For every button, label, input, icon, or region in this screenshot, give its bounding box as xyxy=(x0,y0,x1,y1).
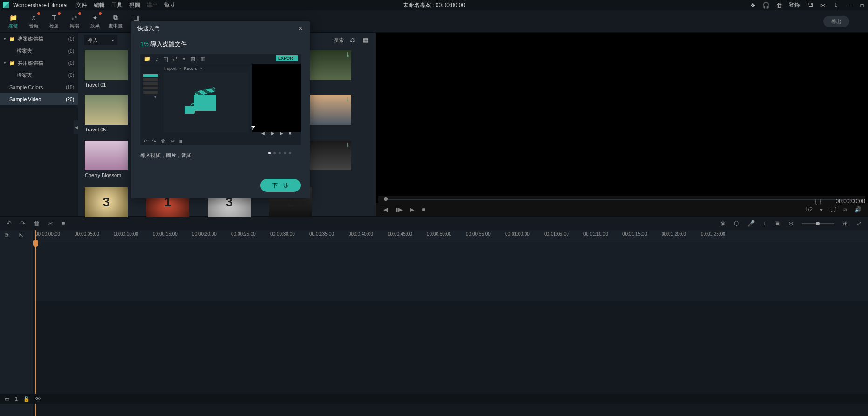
zoom-fit-button[interactable]: ⤢ xyxy=(856,220,861,227)
track-number-icon[interactable]: ▭ xyxy=(5,396,9,402)
zoom-out-button[interactable]: ⊖ xyxy=(788,220,793,227)
crop-icon[interactable]: ▣ xyxy=(774,220,780,227)
stop-button[interactable]: ■ xyxy=(422,206,425,213)
visibility-icon[interactable]: 👁 xyxy=(35,396,41,402)
media-thumb[interactable]: Travel 01 xyxy=(85,50,128,88)
mark-in-icon[interactable]: { xyxy=(815,198,817,205)
settings-icon[interactable]: ≡ xyxy=(62,220,65,227)
tab-pip[interactable]: ⧉ 畫中畫 xyxy=(105,10,126,33)
ruler-tick: 00:01:10:00 xyxy=(583,232,608,237)
tab-media[interactable]: 📁 媒體 xyxy=(3,10,23,33)
sidebar-item-4[interactable]: Sample Colors(15) xyxy=(0,81,78,93)
tab-audio[interactable]: ♫ 音頻 xyxy=(23,10,44,33)
tab-effects[interactable]: ✦ 效果 xyxy=(85,10,105,33)
ruler-tick: 00:00:15:00 xyxy=(153,232,178,237)
search-label[interactable]: 搜索 xyxy=(334,37,344,44)
media-thumb[interactable]: ⭳ xyxy=(308,50,351,80)
timeline-ruler[interactable]: 00:00:00:0000:00:05:0000:00:10:0000:00:1… xyxy=(34,230,868,240)
download-icon[interactable]: ⭳ xyxy=(345,96,350,102)
sidebar-item-2[interactable]: ▾📁共用媒體檔(0) xyxy=(0,57,78,69)
cut-button[interactable]: ✂ xyxy=(48,220,53,227)
redo-button[interactable]: ↷ xyxy=(20,220,25,227)
download-icon[interactable]: ⭳ xyxy=(345,142,350,148)
sidebar-item-1[interactable]: 檔案夾(0) xyxy=(0,45,78,57)
menu-edit[interactable]: 編輯 xyxy=(94,1,105,9)
thumb-label: Travel 01 xyxy=(85,82,128,88)
prev-frame-button[interactable]: |◀ xyxy=(382,206,388,213)
pip-icon: ⧉ xyxy=(113,14,118,22)
step-back-button[interactable]: ▮▶ xyxy=(395,206,403,213)
zoom-in-button[interactable]: ⊕ xyxy=(843,220,848,227)
ruler-tick: 00:00:00:00 xyxy=(35,232,60,237)
download-icon[interactable]: ⭳ xyxy=(345,51,350,58)
media-thumb[interactable]: ⭳ xyxy=(308,141,351,170)
play-button[interactable]: ▶ xyxy=(410,206,414,213)
lightbulb-icon[interactable]: ❖ xyxy=(750,2,756,8)
preview-scale[interactable]: 1/2 xyxy=(805,206,813,213)
zoom-slider[interactable] xyxy=(802,223,834,224)
tab-transitions[interactable]: ⇄ 轉場 xyxy=(64,10,85,33)
menu-file[interactable]: 文件 xyxy=(76,1,87,9)
sidebar-item-0[interactable]: ▾📁專案媒體檔(0) xyxy=(0,33,78,45)
lock-icon[interactable]: 🔓 xyxy=(23,396,30,402)
chevron-down-icon[interactable]: ▾ xyxy=(820,206,823,213)
illus-import-label: Import xyxy=(164,66,177,71)
illus-cut-icon: ✂ xyxy=(171,138,175,144)
download-icon[interactable]: ⭳ xyxy=(833,2,839,8)
preview-viewport[interactable] xyxy=(376,33,868,196)
voiceover-icon[interactable]: 🎤 xyxy=(747,220,755,227)
volume-icon[interactable]: 🔊 xyxy=(854,206,861,213)
folder-icon: 📁 xyxy=(9,61,16,66)
folder-icon: 📁 xyxy=(9,36,16,41)
media-thumb[interactable]: 3 xyxy=(85,187,128,217)
preview-scrubber[interactable] xyxy=(378,196,865,203)
ruler-tick: 00:00:45:00 xyxy=(388,232,412,237)
app-logo-icon xyxy=(3,2,9,8)
thumbnail-image xyxy=(85,95,128,125)
tab-transitions-label: 轉場 xyxy=(70,23,79,29)
thumbnail-image xyxy=(85,50,128,80)
menu-view[interactable]: 視圖 xyxy=(129,1,140,9)
maximize-button[interactable]: ❐ xyxy=(859,2,865,8)
fullscreen-icon[interactable]: ⛶ xyxy=(830,206,836,213)
save-icon[interactable]: 🖫 xyxy=(806,2,813,8)
render-icon[interactable]: ◉ xyxy=(720,220,725,227)
grid-view-icon[interactable]: ▦ xyxy=(361,35,370,45)
sidebar-item-5[interactable]: Sample Video(20) xyxy=(0,93,78,105)
mail-icon[interactable]: ✉ xyxy=(820,2,826,8)
sidebar-item-3[interactable]: 檔案夾(0) xyxy=(0,69,78,81)
timeline-tracks[interactable] xyxy=(34,240,868,416)
trash-icon[interactable]: 🗑 xyxy=(776,2,782,8)
snapshot-icon[interactable]: ⧇ xyxy=(843,206,847,213)
media-thumb[interactable]: Travel 05 xyxy=(85,95,128,132)
delete-button[interactable]: 🗑 xyxy=(34,220,40,227)
thumbnail-image: ⭳ xyxy=(308,50,351,80)
media-thumb[interactable]: ⭳ xyxy=(308,95,351,125)
media-thumb[interactable]: Cherry Blossom xyxy=(85,141,128,178)
filter-icon[interactable]: ⚖ xyxy=(348,35,357,45)
close-button[interactable]: ✕ xyxy=(298,25,303,32)
login-button[interactable]: 登錄 xyxy=(789,1,800,9)
illus-folder-icon: 📁 xyxy=(144,56,150,62)
sidebar-item-count: (0) xyxy=(68,36,74,41)
effects-icon: ✦ xyxy=(92,14,98,22)
timeline-copy-icon[interactable]: ⧉ xyxy=(5,232,9,239)
sidebar-item-label: Sample Video xyxy=(9,96,66,102)
timeline-link-icon[interactable]: ⇱ xyxy=(19,232,23,239)
minimize-button[interactable]: — xyxy=(846,2,852,8)
marker-icon[interactable]: ⬡ xyxy=(734,220,739,227)
import-dropdown[interactable]: 導入 ▾ xyxy=(84,35,117,45)
undo-button[interactable]: ↶ xyxy=(7,220,12,227)
menu-tools[interactable]: 工具 xyxy=(111,1,123,9)
headphones-icon[interactable]: 🎧 xyxy=(763,2,769,8)
main-menu: 文件 編輯 工具 視圖 導出 幫助 xyxy=(76,1,176,9)
tab-titles[interactable]: T 標題 xyxy=(44,10,64,33)
next-button[interactable]: 下一步 xyxy=(260,179,301,192)
menu-help[interactable]: 幫助 xyxy=(164,1,176,9)
export-button[interactable]: 導出 xyxy=(823,16,849,27)
audio-sync-icon[interactable]: ♪ xyxy=(763,220,766,227)
mark-out-icon[interactable]: } xyxy=(820,198,821,205)
track-row-video[interactable] xyxy=(34,240,868,301)
thumbnail-image: ⭳ xyxy=(308,95,351,125)
playhead[interactable] xyxy=(35,230,36,416)
